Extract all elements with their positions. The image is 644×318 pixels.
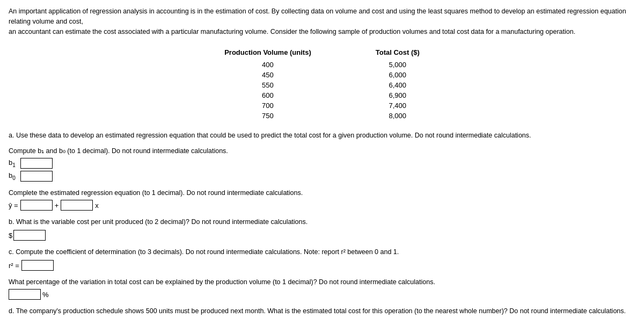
yhat-const-input[interactable] (20, 200, 53, 211)
table-row: 7007,400 (192, 100, 452, 111)
table-row: 4005,000 (192, 60, 452, 70)
table-row: 4506,000 (192, 70, 452, 80)
yhat-coef-input[interactable] (61, 200, 93, 211)
plus-label: + (55, 201, 59, 209)
b0-label: b0 (9, 171, 18, 181)
compute-section: Compute b₁ and b₀ (to 1 decimal). Do not… (9, 147, 635, 182)
col1-header: Production Volume (units) (192, 46, 343, 60)
percent-section: What percentage of the variation in tota… (9, 278, 635, 300)
percent-input[interactable] (9, 289, 41, 300)
dollar-sign-b: $ (9, 232, 12, 240)
volume-cell: 600 (192, 90, 343, 100)
cost-cell: 6,000 (343, 70, 452, 80)
cost-cell: 8,000 (343, 111, 452, 121)
complete-label: Complete the estimated regression equati… (9, 189, 635, 197)
percent-question: What percentage of the variation in tota… (9, 278, 635, 286)
volume-cell: 700 (192, 100, 343, 111)
section-c-text: c. Compute the coefficient of determinat… (9, 248, 635, 256)
table-container: Production Volume (units) Total Cost ($)… (9, 46, 635, 121)
cost-cell: 6,900 (343, 90, 452, 100)
b0-input[interactable] (20, 171, 53, 182)
r2-label: r² = (9, 262, 19, 270)
compute-label: Compute b₁ and b₀ (to 1 decimal). Do not… (9, 147, 635, 155)
table-row: 7508,000 (192, 111, 452, 121)
section-a-text: a. Use these data to develop an estimate… (9, 132, 635, 139)
x-label: x (95, 201, 99, 209)
section-b-text: b. What is the variable cost per unit pr… (9, 218, 635, 226)
section-d-text: d. The company's production schedule sho… (9, 307, 635, 315)
intro-line1: An important application of regression a… (9, 8, 626, 25)
r2-row: r² = (9, 260, 635, 271)
r2-input[interactable] (21, 260, 54, 271)
section-d: d. The company's production schedule sho… (9, 307, 635, 318)
volume-cell: 750 (192, 111, 343, 121)
intro-paragraph: An important application of regression a… (9, 6, 635, 37)
col2-header: Total Cost ($) (343, 46, 452, 60)
section-b: b. What is the variable cost per unit pr… (9, 218, 635, 241)
b1-row: b1 (9, 158, 635, 169)
yhat-label: ŷ = (9, 201, 18, 209)
complete-equation-section: Complete the estimated regression equati… (9, 189, 635, 211)
b0-row: b0 (9, 171, 635, 182)
volume-cell: 550 (192, 80, 343, 90)
dollar-row-b: $ (9, 230, 635, 241)
cost-cell: 7,400 (343, 100, 452, 111)
volume-cell: 400 (192, 60, 343, 70)
intro-line2: an accountant can estimate the cost asso… (9, 28, 575, 35)
percent-sign: % (42, 291, 49, 299)
b1-input[interactable] (20, 158, 53, 169)
percent-row: % (9, 289, 635, 300)
volume-cell: 450 (192, 70, 343, 80)
b1-label: b1 (9, 158, 18, 168)
table-row: 6006,900 (192, 90, 452, 100)
equation-row: ŷ = + x (9, 200, 635, 211)
cost-cell: 5,000 (343, 60, 452, 70)
cost-cell: 6,400 (343, 80, 452, 90)
variable-cost-input[interactable] (13, 230, 46, 241)
section-c: c. Compute the coefficient of determinat… (9, 248, 635, 271)
table-row: 5506,400 (192, 80, 452, 90)
data-table: Production Volume (units) Total Cost ($)… (192, 46, 452, 121)
section-a: a. Use these data to develop an estimate… (9, 132, 635, 139)
